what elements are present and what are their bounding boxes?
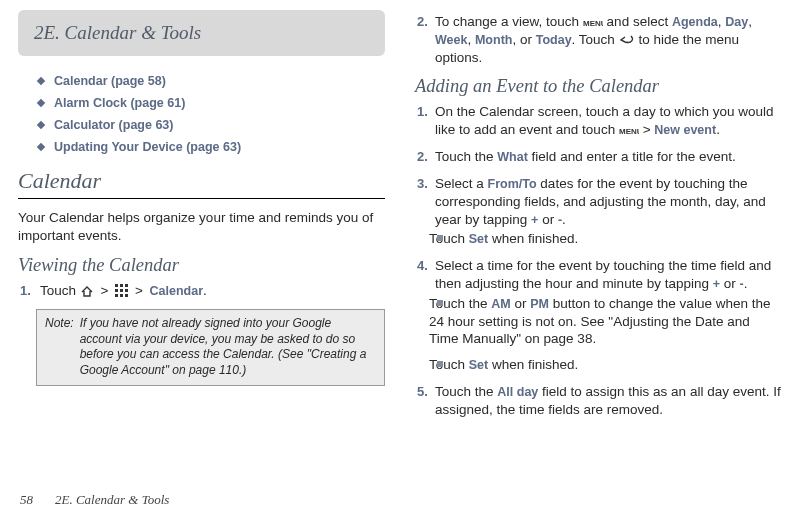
week-keyword: Week [435, 33, 467, 47]
text: Touch the [435, 384, 497, 399]
text: and select [603, 14, 672, 29]
text: Select a [435, 176, 488, 191]
text: or [538, 212, 558, 227]
text: , [748, 14, 752, 29]
diamond-icon [37, 77, 45, 85]
text: On the Calendar screen, touch a day to w… [435, 104, 773, 137]
diamond-icon [37, 99, 45, 107]
note-box: Note: If you have not already signed int… [36, 309, 385, 385]
month-keyword: Month [475, 33, 512, 47]
svg-rect-1 [120, 284, 123, 287]
plus-keyword: + [713, 277, 720, 291]
text: Touch the [429, 296, 491, 311]
toc-item: Alarm Clock (page 61) [38, 96, 385, 110]
toc-item: Calendar (page 58) [38, 74, 385, 88]
today-keyword: Today [536, 33, 572, 47]
diamond-icon [37, 121, 45, 129]
step-item: Touch > > Calendar. [18, 282, 385, 300]
toc-label: Calendar (page 58) [54, 74, 166, 88]
text: when finished. [488, 231, 578, 246]
apps-grid-icon [115, 284, 128, 297]
text: . [744, 276, 748, 291]
menu-icon: MENU [583, 18, 603, 28]
text: Touch [40, 283, 80, 298]
home-icon [80, 285, 94, 297]
calendar-heading: Calendar [18, 168, 385, 194]
toc-label: Alarm Clock (page 61) [54, 96, 185, 110]
step-item: On the Calendar screen, touch a day to w… [415, 103, 782, 139]
note-label: Note: [45, 316, 74, 378]
text: , or [512, 32, 535, 47]
rule [18, 198, 385, 199]
toc-item: Calculator (page 63) [38, 118, 385, 132]
what-keyword: What [497, 150, 528, 164]
svg-rect-6 [115, 294, 118, 297]
diamond-icon [37, 143, 45, 151]
toc-label: Updating Your Device (page 63) [54, 140, 241, 154]
text: , [467, 32, 475, 47]
newevent-keyword: New event [654, 123, 716, 137]
note-text: If you have not already signed into your… [80, 316, 376, 378]
am-keyword: AM [491, 297, 510, 311]
set-keyword: Set [469, 358, 488, 372]
day-keyword: Day [725, 15, 748, 29]
fromto-keyword: From/To [488, 177, 537, 191]
text: Touch [429, 231, 469, 246]
step-item: Touch the What field and enter a title f… [415, 148, 782, 166]
viewing-heading: Viewing the Calendar [18, 255, 385, 276]
footer-section: 2E. Calendar & Tools [55, 492, 169, 507]
allday-keyword: All day [497, 385, 538, 399]
step-item: Select a time for the event by touching … [415, 257, 782, 374]
text: . [203, 283, 207, 298]
text: . [716, 122, 720, 137]
menu-icon: MENU [619, 126, 639, 136]
svg-text:MENU: MENU [619, 127, 639, 136]
text: field and enter a title for the event. [528, 149, 736, 164]
step-item: Select a From/To dates for the event by … [415, 175, 782, 248]
svg-rect-7 [120, 294, 123, 297]
back-arrow-icon [619, 34, 635, 46]
svg-rect-3 [115, 289, 118, 292]
set-keyword: Set [469, 232, 488, 246]
text: > [128, 283, 149, 298]
text: or [511, 296, 531, 311]
svg-text:MENU: MENU [583, 19, 603, 28]
calendar-intro: Your Calendar helps organize your time a… [18, 209, 385, 245]
agenda-keyword: Agenda [672, 15, 718, 29]
section-header: 2E. Calendar & Tools [18, 10, 385, 56]
svg-rect-0 [115, 284, 118, 287]
page-number: 58 [20, 492, 33, 507]
text: To change a view, touch [435, 14, 583, 29]
text: > [94, 283, 115, 298]
text: when finished. [488, 357, 578, 372]
pm-keyword: PM [530, 297, 549, 311]
text: . [562, 212, 566, 227]
svg-rect-4 [120, 289, 123, 292]
text: . Touch [572, 32, 619, 47]
step-item: Touch the All day field to assign this a… [415, 383, 782, 419]
text: or [720, 276, 740, 291]
adding-heading: Adding an Event to the Calendar [415, 76, 782, 97]
page-footer: 582E. Calendar & Tools [20, 492, 169, 508]
text: Touch the [435, 149, 497, 164]
text: > [639, 122, 654, 137]
step-item: To change a view, touch MENU and select … [415, 13, 782, 66]
text: Touch [429, 357, 469, 372]
calendar-keyword: Calendar [150, 284, 204, 298]
toc-item: Updating Your Device (page 63) [38, 140, 385, 154]
toc-label: Calculator (page 63) [54, 118, 173, 132]
